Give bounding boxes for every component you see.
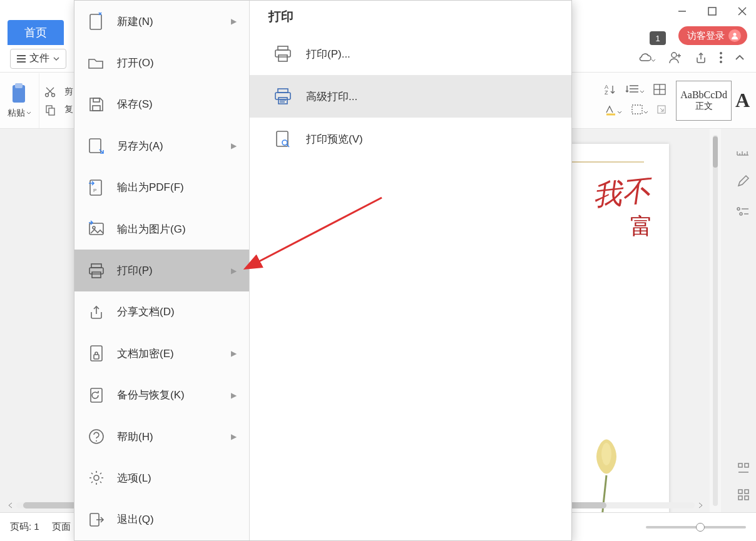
help-icon bbox=[87, 427, 106, 446]
font-style-a-icon[interactable]: A bbox=[735, 89, 750, 112]
svg-text:Z: Z bbox=[605, 89, 608, 96]
svg-point-5 bbox=[672, 53, 677, 58]
page-number-label: 页码: 1 bbox=[10, 521, 39, 533]
menu-backup[interactable]: 备份与恢复(K) ▶ bbox=[74, 375, 249, 416]
svg-rect-53 bbox=[89, 139, 101, 153]
svg-point-39 bbox=[737, 208, 740, 210]
svg-rect-74 bbox=[278, 98, 287, 104]
menu-export-pdf[interactable]: P 输出为PDF(F) bbox=[74, 167, 249, 208]
add-user-icon[interactable] bbox=[668, 51, 682, 66]
svg-point-9 bbox=[720, 52, 722, 54]
menu-save[interactable]: 保存(S) bbox=[74, 84, 249, 125]
grid-icon[interactable] bbox=[737, 488, 750, 503]
chevron-right-icon: ▶ bbox=[231, 391, 237, 400]
svg-point-10 bbox=[720, 56, 722, 58]
zoom-knob[interactable] bbox=[696, 523, 705, 532]
svg-rect-51 bbox=[93, 106, 100, 111]
menu-saveas[interactable]: 另存为(A) ▶ bbox=[74, 125, 249, 166]
style-sample: AaBbCcDd bbox=[680, 89, 727, 101]
share-doc-icon bbox=[87, 303, 106, 321]
menu-new-label: 新建(N) bbox=[117, 14, 153, 29]
guest-login-label: 访客登录 bbox=[687, 30, 725, 42]
menu-new[interactable]: 新建(N) ▶ bbox=[74, 1, 249, 42]
chevron-right-icon: ▶ bbox=[231, 432, 237, 441]
paste-label[interactable]: 粘贴 bbox=[8, 108, 25, 119]
svg-line-16 bbox=[48, 88, 54, 94]
dialog-launcher-icon[interactable] bbox=[657, 105, 666, 116]
lock-icon bbox=[87, 344, 106, 363]
chevron-down-icon bbox=[53, 56, 59, 62]
cloud-icon[interactable] bbox=[638, 52, 656, 66]
svg-rect-69 bbox=[278, 46, 288, 50]
page-area-label: 页面 bbox=[52, 521, 71, 533]
ruler-toggle-icon[interactable] bbox=[736, 148, 750, 159]
menu-open[interactable]: 打开(O) bbox=[74, 42, 249, 83]
menu-options[interactable]: 选项(L) bbox=[74, 457, 249, 498]
menu-open-label: 打开(O) bbox=[117, 56, 154, 70]
outline-icon[interactable] bbox=[736, 206, 750, 220]
submenu-preview-label: 打印预览(V) bbox=[306, 132, 363, 146]
svg-rect-58 bbox=[91, 264, 101, 268]
border-icon[interactable] bbox=[631, 104, 648, 118]
svg-point-14 bbox=[46, 93, 49, 96]
share-icon[interactable] bbox=[695, 51, 707, 66]
table-icon[interactable] bbox=[653, 84, 666, 98]
zoom-slider[interactable] bbox=[646, 526, 746, 528]
collapse-ribbon-icon[interactable] bbox=[735, 53, 745, 64]
submenu-advanced-print[interactable]: 高级打印... bbox=[250, 75, 571, 118]
vscroll-thumb[interactable] bbox=[713, 136, 718, 168]
pencil-icon[interactable] bbox=[737, 175, 749, 190]
hscroll-right-arrow[interactable] bbox=[695, 500, 706, 511]
svg-rect-47 bbox=[745, 490, 748, 493]
paragraph-icon[interactable] bbox=[626, 84, 645, 97]
menu-export-image[interactable]: 输出为图片(G) bbox=[74, 208, 249, 250]
submenu-print[interactable]: 打印(P)... bbox=[250, 33, 571, 75]
menu-options-label: 选项(L) bbox=[117, 471, 151, 485]
submenu-title: 打印 bbox=[250, 1, 571, 33]
cut-button[interactable]: 剪 bbox=[44, 86, 73, 98]
copy-button[interactable]: 复 bbox=[44, 104, 73, 115]
home-tab[interactable]: 首页 bbox=[8, 20, 64, 45]
new-icon bbox=[87, 12, 106, 31]
doc-count-badge: 1 bbox=[650, 31, 666, 45]
submenu-print-preview[interactable]: 打印预览(V) bbox=[250, 118, 571, 160]
print-icon bbox=[87, 261, 106, 280]
menu-encrypt[interactable]: 文档加密(E) ▶ bbox=[74, 333, 249, 374]
svg-rect-60 bbox=[92, 272, 101, 278]
hscroll-left-arrow[interactable] bbox=[5, 500, 16, 511]
saveas-icon bbox=[87, 136, 106, 155]
svg-rect-44 bbox=[745, 463, 748, 467]
pdf-icon: P bbox=[87, 178, 106, 197]
gear-icon bbox=[87, 468, 106, 487]
vertical-scrollbar[interactable] bbox=[710, 129, 721, 512]
hamburger-icon bbox=[17, 55, 26, 63]
grid-top-icon[interactable] bbox=[737, 462, 750, 477]
svg-rect-50 bbox=[90, 14, 101, 29]
svg-rect-1 bbox=[708, 8, 716, 15]
save-icon bbox=[87, 95, 106, 114]
svg-rect-73 bbox=[275, 93, 290, 99]
svg-rect-48 bbox=[738, 496, 742, 500]
svg-rect-72 bbox=[278, 89, 288, 93]
calligraphy-title-1: 我不 bbox=[591, 171, 652, 215]
menu-pdf-label: 输出为PDF(F) bbox=[117, 180, 184, 195]
calligraphy-title-2: 富 bbox=[630, 211, 653, 242]
menu-saveas-label: 另存为(A) bbox=[117, 139, 163, 153]
guest-login-button[interactable]: 访客登录 bbox=[678, 26, 747, 45]
sort-icon[interactable]: AZ bbox=[605, 84, 617, 98]
more-icon[interactable] bbox=[720, 52, 722, 66]
menu-help-label: 帮助(H) bbox=[117, 430, 153, 444]
highlight-icon[interactable] bbox=[605, 104, 622, 118]
printer-icon bbox=[273, 44, 292, 63]
menu-share[interactable]: 分享文档(D) bbox=[74, 291, 249, 333]
chevron-right-icon: ▶ bbox=[231, 17, 237, 26]
svg-point-4 bbox=[733, 33, 737, 36]
svg-rect-63 bbox=[94, 355, 99, 359]
menu-encrypt-label: 文档加密(E) bbox=[117, 346, 174, 361]
file-dropdown[interactable]: 文件 bbox=[10, 49, 66, 69]
svg-point-11 bbox=[720, 61, 722, 63]
menu-exit[interactable]: 退出(Q) bbox=[74, 499, 249, 540]
menu-print[interactable]: 打印(P) ▶ bbox=[74, 250, 249, 291]
menu-help[interactable]: 帮助(H) ▶ bbox=[74, 416, 249, 457]
style-normal[interactable]: AaBbCcDd 正文 bbox=[676, 81, 732, 121]
